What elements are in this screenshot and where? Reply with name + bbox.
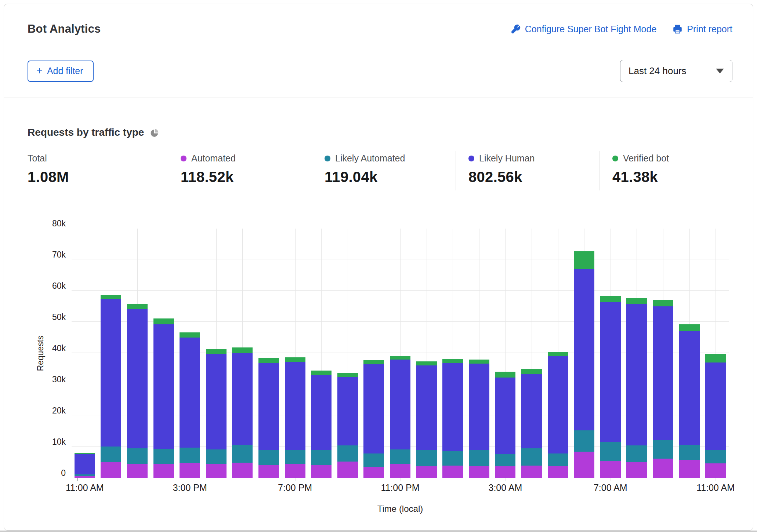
bar-segment-automated[interactable] [600, 461, 621, 478]
stacked-bar[interactable] [574, 251, 594, 478]
bar-segment-likely_automated[interactable] [653, 440, 673, 459]
bar-segment-likely_automated[interactable] [337, 445, 358, 461]
bar-segment-verified_bot[interactable] [232, 347, 253, 353]
bar-segment-likely_human[interactable] [548, 356, 568, 453]
bar-segment-verified_bot[interactable] [153, 318, 174, 324]
bar-segment-automated[interactable] [285, 464, 305, 478]
bar-segment-likely_automated[interactable] [548, 453, 568, 466]
stacked-bar[interactable] [653, 300, 673, 478]
bar-segment-likely_human[interactable] [337, 377, 358, 445]
bar-segment-verified_bot[interactable] [442, 359, 463, 363]
stacked-bar[interactable] [548, 352, 568, 478]
bar-segment-automated[interactable] [469, 466, 489, 478]
bar-segment-likely_human[interactable] [521, 374, 542, 448]
bar-segment-automated[interactable] [705, 463, 726, 478]
bar-segment-verified_bot[interactable] [416, 361, 437, 365]
stacked-bar[interactable] [285, 357, 305, 478]
stacked-bar[interactable] [153, 318, 174, 478]
bar-segment-likely_human[interactable] [232, 353, 253, 445]
stacked-bar[interactable] [469, 360, 489, 478]
bar-segment-verified_bot[interactable] [495, 372, 515, 378]
bar-segment-automated[interactable] [258, 465, 279, 478]
print-report-link[interactable]: Print report [673, 24, 732, 34]
bar-segment-likely_automated[interactable] [206, 449, 227, 464]
bar-segment-likely_human[interactable] [574, 269, 594, 430]
stacked-bar[interactable] [495, 372, 515, 478]
bar-segment-likely_human[interactable] [101, 299, 121, 447]
bar-segment-automated[interactable] [127, 464, 148, 478]
bar-segment-automated[interactable] [101, 462, 121, 478]
bar-segment-automated[interactable] [311, 465, 332, 478]
bar-segment-likely_automated[interactable] [495, 454, 515, 466]
bar-segment-likely_automated[interactable] [442, 451, 463, 466]
bar-segment-likely_automated[interactable] [416, 450, 437, 466]
bar-segment-likely_human[interactable] [153, 324, 174, 449]
bar-segment-likely_human[interactable] [285, 362, 305, 450]
add-filter-button[interactable]: + Add filter [28, 61, 94, 82]
bar-segment-likely_human[interactable] [180, 338, 200, 448]
bar-segment-verified_bot[interactable] [258, 358, 279, 363]
stacked-bar[interactable] [363, 360, 384, 478]
bar-segment-automated[interactable] [180, 463, 200, 478]
bar-segment-verified_bot[interactable] [679, 324, 700, 331]
bar-segment-automated[interactable] [442, 466, 463, 478]
stacked-bar[interactable] [416, 361, 437, 478]
bar-segment-likely_automated[interactable] [705, 450, 726, 463]
stacked-bar[interactable] [521, 369, 542, 478]
stacked-bar[interactable] [442, 359, 463, 478]
bar-segment-verified_bot[interactable] [206, 349, 227, 354]
bar-segment-automated[interactable] [363, 467, 384, 478]
bar-segment-likely_automated[interactable] [679, 445, 700, 460]
bar-segment-likely_automated[interactable] [363, 453, 384, 467]
bar-segment-automated[interactable] [679, 460, 700, 478]
stacked-bar[interactable] [101, 295, 121, 478]
bar-segment-likely_human[interactable] [679, 331, 700, 445]
bar-segment-likely_automated[interactable] [285, 450, 305, 464]
bar-segment-likely_human[interactable] [653, 306, 673, 440]
bar-segment-automated[interactable] [206, 464, 227, 478]
bar-segment-automated[interactable] [75, 476, 95, 478]
bar-segment-verified_bot[interactable] [600, 296, 621, 302]
bar-segment-likely_human[interactable] [75, 454, 95, 474]
bar-segment-likely_human[interactable] [311, 375, 332, 450]
bar-segment-verified_bot[interactable] [311, 371, 332, 375]
stacked-bar[interactable] [311, 371, 332, 478]
bar-segment-automated[interactable] [626, 462, 647, 478]
bar-segment-verified_bot[interactable] [127, 304, 148, 309]
bar-segment-likely_human[interactable] [705, 362, 726, 450]
stacked-bar[interactable] [337, 373, 358, 478]
bar-segment-likely_automated[interactable] [469, 450, 489, 466]
bar-segment-verified_bot[interactable] [285, 357, 305, 362]
bar-segment-automated[interactable] [390, 464, 410, 478]
bar-segment-likely_automated[interactable] [600, 442, 621, 461]
bar-segment-verified_bot[interactable] [653, 300, 673, 306]
bar-segment-automated[interactable] [416, 466, 437, 478]
bar-segment-likely_human[interactable] [390, 360, 410, 449]
bar-segment-verified_bot[interactable] [548, 352, 568, 356]
bar-segment-likely_automated[interactable] [626, 445, 647, 462]
bar-segment-automated[interactable] [548, 466, 568, 478]
bar-segment-verified_bot[interactable] [521, 369, 542, 374]
bar-segment-likely_automated[interactable] [232, 445, 253, 463]
stacked-bar[interactable] [75, 453, 95, 478]
bar-segment-likely_human[interactable] [206, 354, 227, 449]
bar-segment-likely_automated[interactable] [574, 430, 594, 452]
bar-segment-likely_human[interactable] [626, 304, 647, 445]
bar-segment-likely_automated[interactable] [311, 450, 332, 465]
bar-segment-likely_automated[interactable] [101, 447, 121, 462]
stacked-bar[interactable] [127, 304, 148, 478]
bar-segment-verified_bot[interactable] [469, 360, 489, 364]
stacked-bar[interactable] [180, 332, 200, 478]
bar-segment-verified_bot[interactable] [337, 373, 358, 377]
bar-segment-likely_automated[interactable] [521, 448, 542, 466]
bar-segment-likely_human[interactable] [258, 363, 279, 450]
stacked-bar[interactable] [206, 349, 227, 478]
bar-segment-verified_bot[interactable] [574, 251, 594, 269]
bar-segment-likely_automated[interactable] [180, 448, 200, 463]
stacked-bar[interactable] [705, 354, 726, 478]
bar-segment-likely_human[interactable] [495, 378, 515, 454]
bar-segment-likely_human[interactable] [442, 363, 463, 451]
bar-segment-automated[interactable] [153, 464, 174, 478]
bar-segment-automated[interactable] [232, 463, 253, 478]
bar-segment-automated[interactable] [495, 466, 515, 478]
